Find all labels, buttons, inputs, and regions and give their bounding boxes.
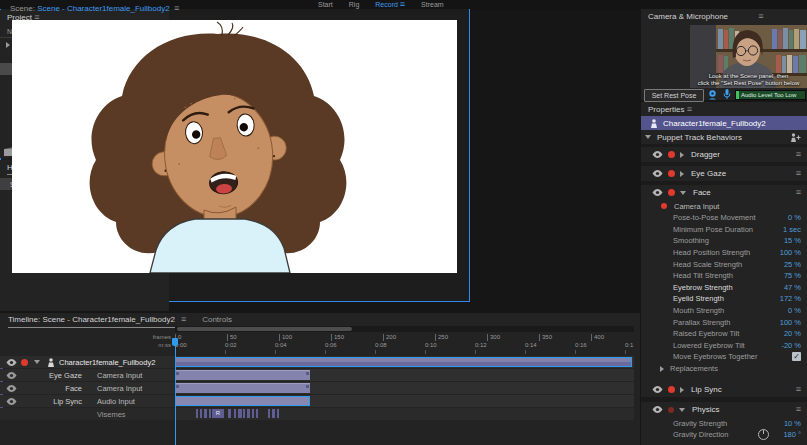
chevron-down-icon[interactable] bbox=[645, 135, 651, 139]
chevron-right-icon[interactable] bbox=[680, 152, 684, 158]
visibility-eye-icon[interactable] bbox=[651, 151, 663, 158]
property-value[interactable]: 47 % bbox=[784, 283, 801, 292]
track-lane[interactable] bbox=[175, 369, 634, 381]
chevron-down-icon[interactable] bbox=[34, 360, 40, 364]
viseme-block[interactable] bbox=[204, 409, 207, 418]
arm-record-dot[interactable] bbox=[668, 386, 675, 393]
selected-puppet-row[interactable]: Character1female_Fullbody2 bbox=[641, 116, 807, 130]
ruler-time-tick[interactable]: 0:02 bbox=[225, 342, 237, 349]
viseme-block[interactable] bbox=[209, 409, 211, 418]
viseme-block[interactable] bbox=[196, 409, 198, 418]
behavior-menu-icon[interactable]: ≡ bbox=[796, 385, 801, 394]
scene-header-name[interactable]: Scene - Character1female_Fullbody2 bbox=[37, 4, 170, 13]
ruler-frame-tick[interactable]: 100 bbox=[279, 334, 292, 341]
property-value[interactable]: 0 % bbox=[788, 306, 801, 315]
viseme-block[interactable] bbox=[238, 409, 242, 418]
arm-record-dot[interactable] bbox=[668, 170, 675, 177]
ruler-frame-tick[interactable]: 150 bbox=[331, 334, 344, 341]
viseme-block[interactable] bbox=[200, 409, 202, 418]
set-rest-pose-button[interactable]: Set Rest Pose bbox=[644, 89, 704, 102]
behavior-row-dragger[interactable]: Dragger ≡ bbox=[641, 147, 807, 162]
chevron-down-icon[interactable] bbox=[679, 408, 685, 412]
behavior-row-eye-gaze[interactable]: Eye Gaze ≡ bbox=[641, 166, 807, 181]
ruler-frame-tick[interactable]: 400 bbox=[591, 334, 604, 341]
timeline-scrollbar[interactable] bbox=[175, 326, 634, 332]
ruler-frame-tick[interactable]: 350 bbox=[539, 334, 552, 341]
microphone-icon[interactable] bbox=[723, 89, 731, 100]
ruler-time-tick[interactable]: 0:08 bbox=[375, 342, 387, 349]
viseme-block[interactable]: R bbox=[212, 409, 224, 418]
arm-record-dot[interactable] bbox=[668, 407, 674, 413]
arm-record-dot[interactable] bbox=[21, 359, 28, 366]
chevron-right-icon[interactable] bbox=[680, 387, 684, 393]
property-value[interactable]: 15 % bbox=[784, 236, 801, 245]
behavior-menu-icon[interactable]: ≡ bbox=[796, 188, 801, 197]
viseme-block[interactable] bbox=[228, 409, 231, 418]
puppet-track-behaviors-row[interactable]: Puppet Track Behaviors bbox=[641, 130, 807, 144]
chevron-right-icon[interactable] bbox=[660, 366, 664, 372]
add-behavior-icon[interactable] bbox=[790, 133, 801, 142]
scrollbar-thumb[interactable] bbox=[177, 327, 352, 331]
property-value[interactable]: 100 % bbox=[780, 318, 801, 327]
ruler-time-tick[interactable]: 0:04 bbox=[275, 342, 287, 349]
behavior-row-physics[interactable]: Physics ≡ bbox=[641, 402, 807, 417]
workspace-tab-stream[interactable]: Stream bbox=[421, 0, 444, 9]
camera-menu-icon[interactable]: ≡ bbox=[758, 11, 763, 21]
ruler-time-tick[interactable]: 0:16 bbox=[575, 342, 587, 349]
ruler-time-tick[interactable]: 0:10 bbox=[425, 342, 437, 349]
track-row-puppet[interactable]: Character1female_Fullbody2 bbox=[0, 356, 640, 368]
visibility-eye-icon[interactable] bbox=[651, 189, 663, 196]
ruler-time-tick[interactable]: 0:12 bbox=[475, 342, 487, 349]
property-value[interactable]: 180 ° bbox=[783, 430, 801, 439]
ruler-frame-tick[interactable]: 50 bbox=[227, 334, 237, 341]
property-value[interactable]: 172 % bbox=[780, 294, 801, 303]
ruler-time-tick[interactable]: 0:1 bbox=[625, 342, 633, 349]
audio-take-bar[interactable] bbox=[175, 396, 310, 406]
scene-menu-icon[interactable]: ≡ bbox=[174, 3, 179, 13]
behavior-menu-icon[interactable]: ≡ bbox=[796, 150, 801, 159]
property-value[interactable]: 75 % bbox=[784, 271, 801, 280]
track-lane[interactable] bbox=[175, 356, 634, 368]
puppet-track-bar[interactable] bbox=[175, 357, 632, 367]
track-row-face[interactable]: Face Camera Input bbox=[0, 382, 640, 394]
dial-icon[interactable] bbox=[758, 429, 769, 440]
property-value[interactable]: 0 % bbox=[788, 213, 801, 222]
visibility-eye-icon[interactable] bbox=[651, 406, 663, 413]
track-lane[interactable] bbox=[175, 382, 634, 394]
viseme-block[interactable] bbox=[277, 409, 279, 418]
webcam-icon[interactable] bbox=[707, 90, 718, 100]
track-row-lip-sync[interactable]: Lip Sync Audio Input bbox=[0, 395, 640, 407]
viseme-block[interactable] bbox=[268, 409, 270, 418]
visibility-eye-icon[interactable] bbox=[651, 170, 663, 177]
visibility-eye-icon[interactable] bbox=[651, 386, 663, 393]
track-row-eye-gaze[interactable]: Eye Gaze Camera Input bbox=[0, 369, 640, 381]
ruler-frame-tick[interactable]: 250 bbox=[435, 334, 448, 341]
ruler-frame-tick[interactable]: 200 bbox=[383, 334, 396, 341]
take-bar[interactable] bbox=[175, 370, 310, 380]
property-value[interactable]: 20 % bbox=[784, 329, 801, 338]
workspace-tab-record[interactable]: Record ≡ bbox=[375, 0, 405, 9]
visibility-eye-icon[interactable] bbox=[5, 359, 17, 366]
take-bar[interactable] bbox=[175, 383, 310, 393]
viseme-block[interactable] bbox=[252, 409, 254, 418]
viseme-block[interactable] bbox=[256, 409, 258, 418]
track-lane[interactable] bbox=[175, 395, 634, 407]
chevron-right-icon[interactable] bbox=[6, 42, 10, 48]
viseme-block[interactable] bbox=[243, 409, 245, 418]
property-value[interactable]: 100 % bbox=[780, 248, 801, 257]
ruler-time-tick[interactable]: 0:14 bbox=[525, 342, 537, 349]
viseme-block[interactable] bbox=[234, 409, 236, 418]
property-value[interactable]: 1 sec bbox=[783, 225, 801, 234]
behavior-row-lip-sync[interactable]: Lip Sync ≡ bbox=[641, 382, 807, 397]
viseme-block[interactable] bbox=[247, 409, 250, 418]
face-camera-input-row[interactable]: Camera Input bbox=[641, 200, 807, 212]
tab-controls[interactable]: Controls bbox=[202, 315, 232, 324]
ruler-frame-tick[interactable]: 300 bbox=[487, 334, 500, 341]
ruler-time-tick[interactable]: 0:06 bbox=[325, 342, 337, 349]
timeline-menu-icon[interactable]: ≡ bbox=[181, 315, 186, 324]
property-value[interactable]: 10 % bbox=[784, 419, 801, 428]
behavior-row-face[interactable]: Face ≡ bbox=[641, 185, 807, 200]
arm-record-dot[interactable] bbox=[668, 151, 675, 158]
scene-canvas[interactable] bbox=[12, 20, 457, 273]
properties-menu-icon[interactable]: ≡ bbox=[687, 104, 692, 114]
